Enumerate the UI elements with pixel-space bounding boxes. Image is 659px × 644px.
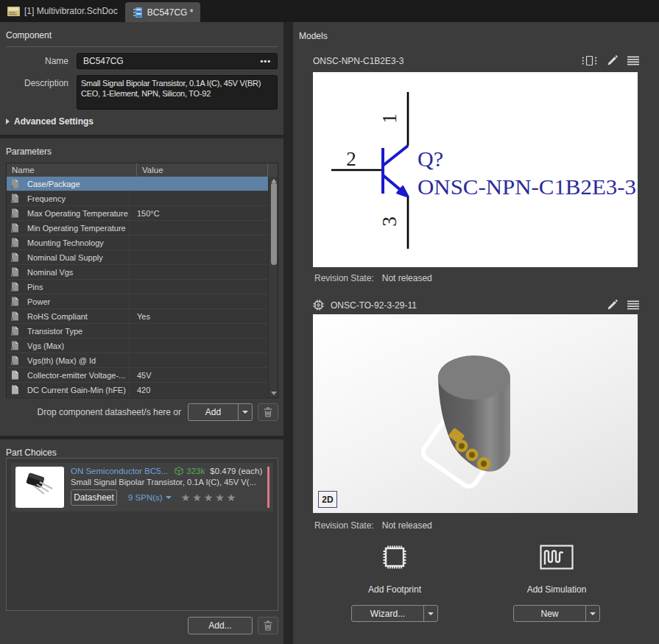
name-label: Name (6, 53, 77, 69)
datasheet-button[interactable]: Datasheet (71, 489, 117, 506)
add-simulation-icon[interactable] (540, 542, 574, 572)
parameter-icon (11, 238, 19, 247)
add-footprint-icon[interactable] (380, 542, 409, 572)
trash-icon (264, 407, 272, 417)
parameter-value (129, 353, 268, 367)
parameter-row[interactable]: RoHS CompliantYes (7, 309, 278, 324)
parameter-value (129, 339, 268, 353)
add-footprint-label: Add Footprint (368, 584, 421, 595)
parameter-value: 45V (129, 368, 268, 382)
edit-symbol-icon[interactable] (607, 55, 618, 66)
parameter-name: Max Operating Temperature (19, 209, 129, 218)
parameter-value: 150°C (129, 206, 268, 220)
table-scrollbar[interactable] (268, 177, 278, 397)
scrollbar-thumb[interactable] (271, 183, 277, 265)
parameter-row[interactable]: Pins (7, 280, 278, 294)
symbol-revision-row: Revision State: Not released (314, 273, 432, 283)
part-description: Small Signal Bipolar Transistor, 0.1A I(… (71, 478, 260, 486)
parameter-value (129, 191, 268, 205)
parameter-row[interactable]: DC Current Gain-Min (hFE)420 (7, 383, 278, 397)
parameter-name: Vgs (Max) (19, 342, 129, 350)
parameter-value (129, 324, 268, 338)
parameter-name: RoHS Compliant (19, 312, 129, 321)
delete-part-choice-button[interactable] (258, 617, 278, 634)
new-dropdown-arrow[interactable] (585, 606, 599, 621)
new-simulation-button[interactable]: New (513, 605, 600, 622)
component-icon (133, 7, 143, 18)
parameter-row[interactable]: Min Operating Temperature (7, 221, 278, 236)
parameter-name: Mounting Technology (19, 238, 129, 247)
revision-state-value: Not released (382, 273, 432, 283)
footprint-wizard-button[interactable]: Wizard... (351, 605, 438, 622)
parameter-name: Vgs(th) (Max) @ Id (19, 356, 129, 365)
parameter-row[interactable]: Nominal Vgs (7, 265, 278, 280)
footprint-icon (313, 300, 324, 311)
footprint-3d-preview[interactable]: 2D (313, 314, 638, 513)
scroll-down-arrow[interactable] (271, 392, 277, 395)
parameter-value (129, 221, 268, 235)
parameter-row[interactable]: Mounting Technology (7, 236, 278, 250)
part-choice-row[interactable]: ON Semiconductor BC5... 323k $0.479 (eac… (11, 463, 273, 512)
part-choices-section-title: Part Choices (0, 439, 283, 458)
part-choices-box: ON Semiconductor BC5... 323k $0.479 (eac… (6, 458, 278, 611)
add-part-choice-button[interactable]: Add... (188, 617, 253, 634)
schdoc-icon (7, 7, 20, 16)
more-button[interactable]: ••• (260, 57, 271, 66)
symbol-model-header: ONSC-NPN-C1B2E3-3 (313, 55, 639, 66)
add-parameter-button[interactable]: Add (188, 403, 253, 421)
spn-dropdown[interactable]: 9 SPN(s) (128, 493, 172, 502)
parameter-row[interactable]: Power (7, 294, 278, 309)
parameter-row[interactable]: Nominal Dual Supply (7, 250, 278, 265)
part-title-link[interactable]: ON Semiconductor BC5... (71, 467, 168, 475)
parameter-row[interactable]: Frequency (7, 191, 278, 206)
column-header-value[interactable]: Value (137, 163, 268, 177)
parameter-icon (11, 385, 19, 394)
parameter-row[interactable]: Collector-emitter Voltage-...45V (7, 368, 278, 383)
parameter-icon (11, 223, 19, 233)
menu-icon[interactable] (627, 300, 639, 310)
parameter-row[interactable]: Transistor Type (7, 324, 278, 339)
star-rating[interactable]: ★★★★★ (181, 492, 239, 503)
availability-bar (267, 467, 269, 508)
footprint-revision-row: Revision State: Not released (314, 520, 432, 531)
parameter-name: Nominal Vgs (19, 268, 129, 277)
part-price: $0.479 (each) (210, 467, 262, 475)
view-2d-button[interactable]: 2D (318, 491, 337, 508)
parameter-name: Collector-emitter Voltage-... (19, 371, 129, 380)
parameter-icon (11, 179, 19, 188)
parameter-name: Frequency (19, 194, 129, 203)
schematic-symbol-preview[interactable]: 2 1 3 Q? ONSC-NPN-C1B2E3-3 (313, 72, 638, 267)
tab-multivibrator-schdoc[interactable]: [1] Multivibrator.SchDoc (0, 0, 125, 22)
symbol-model-label: ONSC-NPN-C1B2E3-3 (417, 174, 636, 199)
component-section-title: Component (0, 22, 283, 40)
delete-parameter-button[interactable] (258, 403, 278, 421)
parameter-icon (11, 355, 19, 365)
stock-cube-icon (175, 467, 183, 475)
advanced-settings-toggle[interactable]: Advanced Settings (6, 116, 278, 127)
menu-icon[interactable] (627, 56, 639, 66)
parameter-value: Yes (129, 309, 268, 323)
parameter-value (129, 280, 268, 294)
parameter-row[interactable]: Vgs (Max) (7, 339, 278, 353)
parameter-row[interactable]: Vgs(th) (Max) @ Id (7, 353, 278, 368)
models-panel: Models ONSC-NPN-C1B2E3-3 (293, 22, 659, 644)
parameter-value (129, 294, 268, 308)
pin-mapping-icon[interactable] (582, 56, 597, 66)
wizard-dropdown-arrow[interactable] (423, 606, 437, 621)
models-section-title: Models (299, 31, 328, 41)
component-section: Component Name BC547CG ••• Description S… (0, 22, 283, 135)
stock-count: 323k (186, 467, 205, 475)
document-tab-bar: [1] Multivibrator.SchDoc BC547CG * (0, 0, 659, 22)
description-input[interactable]: Small Signal Bipolar Transistor, 0.1A I(… (77, 75, 278, 110)
edit-footprint-icon[interactable] (607, 300, 618, 311)
column-header-name[interactable]: Name (7, 163, 137, 177)
parameters-table: Name Value Case/PackageFrequencyMax Oper… (6, 163, 278, 398)
add-dropdown-arrow[interactable] (238, 404, 252, 420)
parameter-icon (11, 311, 19, 321)
description-label: Description (6, 75, 77, 110)
parameter-value (129, 250, 268, 264)
parameter-row[interactable]: Case/Package (7, 177, 278, 191)
tab-bc547cg[interactable]: BC547CG * (125, 2, 201, 22)
name-input[interactable]: BC547CG ••• (77, 53, 278, 69)
parameter-row[interactable]: Max Operating Temperature150°C (7, 206, 278, 221)
